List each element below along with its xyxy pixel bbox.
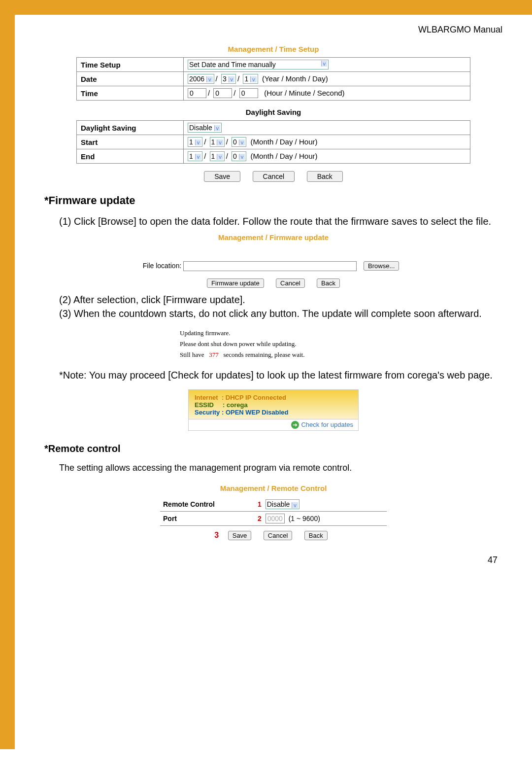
port-label: Port: [160, 512, 255, 526]
top-border: [0, 0, 532, 15]
end-label: End: [77, 149, 184, 164]
day-select[interactable]: 1 v: [243, 74, 258, 84]
end-hour[interactable]: 0 v: [232, 151, 246, 161]
rc-label: Remote Control: [160, 497, 255, 512]
cancel-button[interactable]: Cancel: [253, 171, 295, 182]
breadcrumb-time: Management / Time Setup: [44, 45, 502, 53]
date-cell: 2006 v/ 3 v/ 1 v (Year / Month / Day): [184, 72, 470, 86]
timesetup-buttons: Save Cancel Back: [44, 171, 502, 182]
rc-save-button[interactable]: Save: [228, 531, 252, 540]
time-setup-cell: Set Date and Time manually v: [184, 58, 470, 72]
second-input[interactable]: 0: [239, 88, 258, 98]
fw-cancel-button[interactable]: Cancel: [276, 278, 304, 288]
start-month[interactable]: 1 v: [188, 137, 202, 147]
ds-label: Daylight Saving: [77, 121, 184, 135]
daylight-table: Daylight Saving Disable v Start 1 v/ 1 v…: [76, 120, 470, 164]
marker-3: 3: [214, 531, 219, 539]
time-hint: (Hour / Minute / Second): [264, 89, 344, 97]
remote-desc: The setting allows accessing the managem…: [59, 462, 502, 474]
time-cell: 0/ 0/ 0 (Hour / Minute / Second): [184, 86, 470, 101]
time-label: Time: [77, 86, 184, 101]
year-select[interactable]: 2006 v: [188, 74, 214, 84]
marker-1: 1: [258, 500, 262, 508]
chevron-down-icon: v: [250, 76, 257, 82]
remote-heading: *Remote control: [44, 443, 502, 454]
chevron-down-icon: v: [217, 154, 223, 160]
left-border: [0, 15, 15, 575]
chevron-down-icon: v: [195, 139, 201, 145]
chevron-down-icon: v: [239, 139, 245, 145]
rc-cancel-button[interactable]: Cancel: [264, 531, 292, 540]
date-hint: (Year / Month / Day): [262, 74, 328, 83]
countdown-seconds: 377: [209, 351, 219, 358]
firmware-panel: Management / Firmware update File locati…: [126, 233, 421, 288]
chevron-down-icon: v: [214, 125, 221, 131]
end-month[interactable]: 1 v: [188, 151, 202, 161]
daylight-title: Daylight Saving: [44, 108, 502, 116]
firmware-heading: *Firmware update: [44, 194, 502, 207]
firmware-step2: (2) After selection, click [Firmware upd…: [59, 293, 502, 307]
chevron-down-icon: v: [321, 61, 328, 67]
back-button[interactable]: Back: [307, 171, 343, 182]
chevron-down-icon: v: [206, 76, 213, 82]
hour-input[interactable]: 0: [188, 88, 206, 98]
page-number: 47: [44, 555, 502, 565]
fw-back-button[interactable]: Back: [317, 278, 340, 288]
ds-select[interactable]: Disable v: [188, 123, 222, 133]
start-label: Start: [77, 135, 184, 149]
remote-table: Remote Control 1 Disable v Port 2 0000 (…: [160, 497, 387, 526]
chevron-down-icon: v: [217, 139, 223, 145]
refresh-icon: ➜: [291, 421, 299, 429]
file-location-input[interactable]: [183, 261, 357, 271]
rc-back-button[interactable]: Back: [304, 531, 328, 540]
firmware-update-button[interactable]: Firmware update: [207, 278, 264, 288]
check-updates-link[interactable]: ➜Check for updates: [189, 419, 358, 431]
rc-select[interactable]: Disable v: [266, 499, 299, 509]
page-content: WLBARGMO Manual Management / Time Setup …: [30, 15, 532, 575]
time-setup-table: Time Setup Set Date and Time manually v …: [76, 57, 470, 101]
firmware-note: *Note: You may proceed [Check for update…: [59, 368, 502, 382]
remote-buttons: 3 Save Cancel Back: [44, 531, 502, 540]
chevron-down-icon: v: [292, 502, 298, 508]
manual-title: WLBARGMO Manual: [44, 25, 502, 35]
breadcrumb-firmware: Management / Firmware update: [126, 233, 421, 242]
marker-2: 2: [258, 515, 262, 522]
month-select[interactable]: 3 v: [221, 74, 236, 84]
updating-message: Updating firmware. Please dont shut down…: [180, 328, 367, 360]
chevron-down-icon: v: [195, 154, 201, 160]
firmware-step3: (3) When the countdown starts, do not cl…: [59, 307, 502, 320]
start-day[interactable]: 1 v: [210, 137, 225, 147]
start-hour[interactable]: 0 v: [232, 137, 246, 147]
date-label: Date: [77, 72, 184, 86]
port-input[interactable]: 0000: [266, 514, 285, 523]
breadcrumb-remote: Management / Remote Control: [44, 484, 502, 492]
firmware-step1: (1) Click [Browse] to open the data fold…: [59, 214, 502, 228]
time-setup-label: Time Setup: [77, 58, 184, 72]
status-panel: Internet : DHCP IP Connected ESSID : cor…: [188, 389, 359, 431]
chevron-down-icon: v: [229, 76, 235, 82]
browse-button[interactable]: Browse...: [364, 261, 399, 271]
save-button[interactable]: Save: [204, 171, 240, 182]
chevron-down-icon: v: [239, 154, 245, 160]
end-day[interactable]: 1 v: [210, 151, 225, 161]
minute-input[interactable]: 0: [213, 88, 232, 98]
file-location-label: File location:: [143, 262, 182, 270]
time-setup-select[interactable]: Set Date and Time manually v: [188, 60, 329, 69]
